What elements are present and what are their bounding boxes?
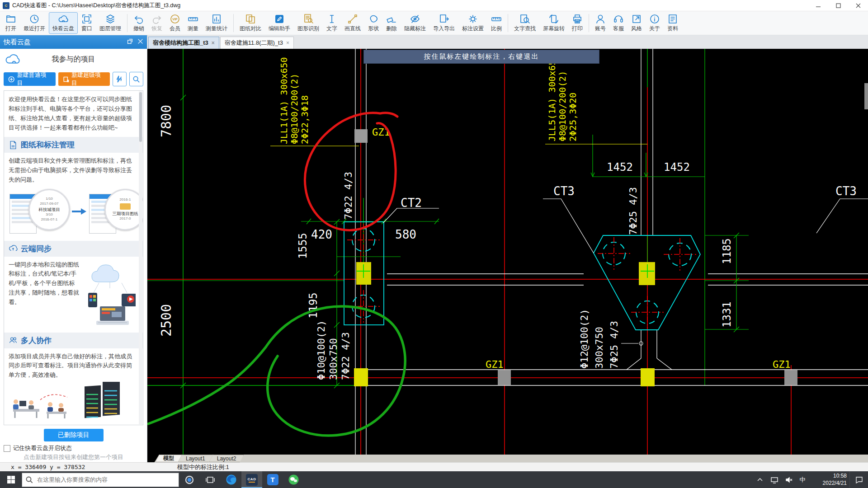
tab-close-icon[interactable]: × bbox=[286, 40, 289, 46]
action-center-icon[interactable] bbox=[849, 471, 868, 488]
sidebar-scrollbar[interactable] bbox=[139, 91, 142, 424]
taskbar-search[interactable] bbox=[22, 473, 179, 487]
toolbar-button-label: 图纸对比 bbox=[240, 25, 261, 33]
beam-label-jll1: JLL1(1A) 300x650 bbox=[278, 57, 289, 144]
about-icon bbox=[649, 14, 660, 24]
tab-model[interactable]: 模型 bbox=[156, 455, 182, 462]
toolbar-button-import-export[interactable]: 导入导出 bbox=[429, 12, 458, 34]
feature-title: 图纸和标注管理 bbox=[21, 140, 75, 150]
taskbar-clock[interactable]: 10:58 2022/4/21 bbox=[809, 473, 849, 487]
toolbar-button-label: 测量 bbox=[188, 25, 198, 33]
green-app-taskbar-icon[interactable] bbox=[283, 471, 304, 488]
minimize-button[interactable] bbox=[808, 0, 828, 11]
tab-layout2[interactable]: Layout2 bbox=[209, 455, 244, 462]
toolbar-button-label: 打开 bbox=[5, 25, 16, 33]
toolbar-button-open[interactable]: 打开 bbox=[2, 12, 20, 34]
close-button[interactable] bbox=[848, 0, 868, 11]
toolbar-button-rotate-screen[interactable]: 屏幕旋转 bbox=[539, 12, 568, 34]
toolbar-button-account[interactable]: 账号 bbox=[591, 12, 609, 34]
sync-button[interactable] bbox=[113, 72, 127, 86]
task-view-button[interactable] bbox=[200, 471, 221, 488]
toolbar-button-line[interactable]: 画直线 bbox=[341, 12, 364, 34]
cap-label-ct3: CT3 bbox=[553, 184, 575, 198]
edit-helper-icon bbox=[274, 14, 285, 24]
import-export-icon bbox=[439, 14, 449, 24]
toolbar-button-about[interactable]: 关于 bbox=[646, 12, 664, 34]
toolbar-button-text[interactable]: 文字 bbox=[323, 12, 341, 34]
find-text-icon bbox=[519, 14, 530, 24]
toolbar-separator bbox=[508, 14, 508, 32]
toolbar-button-measure-stat[interactable]: 测量统计 bbox=[202, 12, 231, 34]
tray-chevron-icon[interactable] bbox=[753, 471, 767, 488]
new-super-project-button[interactable]: 新建超级项目 bbox=[58, 72, 110, 86]
canvas-scrollbar-thumb[interactable] bbox=[864, 83, 868, 109]
cad-canvas[interactable]: 按住鼠标左键绘制标注，右键退出 bbox=[147, 49, 868, 455]
toolbar-button-label: 资料 bbox=[667, 25, 678, 33]
toolbar-button-undo[interactable]: 撤销 bbox=[130, 12, 148, 34]
magnifier-detail: 2016-1 三期项目图纸 2017-0 bbox=[104, 189, 143, 230]
toolbar-button-shape[interactable]: 形状 bbox=[364, 12, 382, 34]
toolbar: 打开最近打开快看云盘窗口图层管理撤销恢复VIP会员测量测量统计图纸对比编辑助手图… bbox=[0, 11, 868, 35]
panel-close-icon[interactable] bbox=[137, 38, 143, 46]
toolbar-button-recognize[interactable]: 图形识别 bbox=[294, 12, 323, 34]
toolbar-button-service[interactable]: 客服 bbox=[609, 12, 627, 34]
drawing-tab-label: 宿舍楼结构施工图_t3 bbox=[153, 39, 208, 47]
status-bar: x = 336409 y = 378532 模型中的标注比例:1 bbox=[0, 462, 868, 471]
search-input[interactable] bbox=[36, 476, 175, 483]
toolbar-button-delete[interactable]: 删除 bbox=[382, 12, 401, 34]
lightning-icon bbox=[116, 75, 123, 83]
maximize-button[interactable] bbox=[828, 0, 848, 11]
toolbar-button-scale[interactable]: 比例 bbox=[487, 12, 505, 34]
edge-taskbar-icon[interactable] bbox=[221, 471, 241, 488]
toolbar-button-label: 风格 bbox=[631, 25, 642, 33]
cortana-button[interactable] bbox=[179, 471, 200, 488]
toolbar-separator bbox=[589, 14, 589, 32]
new-normal-project-button[interactable]: 新建普通项目 bbox=[4, 72, 56, 86]
projects-section-title: 我参与的项目 bbox=[0, 55, 147, 64]
ime-indicator[interactable]: 中 bbox=[796, 476, 809, 484]
column-label-gz1: GZ1 bbox=[486, 359, 504, 370]
deleted-projects-button[interactable]: 已删除项目 bbox=[44, 429, 104, 441]
toolbar-button-print[interactable]: 打印 bbox=[568, 12, 586, 34]
toolbar-button-vip[interactable]: VIP会员 bbox=[166, 12, 184, 34]
dim-1452: 1452 bbox=[664, 161, 690, 174]
toolbar-button-label: 删除 bbox=[386, 25, 397, 33]
network-icon[interactable] bbox=[767, 471, 782, 488]
start-button[interactable] bbox=[0, 471, 22, 488]
tab-layout1[interactable]: Layout1 bbox=[178, 455, 213, 462]
toolbar-button-compare[interactable]: 图纸对比 bbox=[236, 12, 265, 34]
project-date: 2016-1 bbox=[120, 197, 131, 202]
toolbar-button-redo[interactable]: 恢复 bbox=[148, 12, 166, 34]
dim-580: 580 bbox=[395, 228, 416, 241]
remember-checkbox-label: 记住快看云盘开启状态 bbox=[13, 444, 72, 452]
toolbar-button-find-text[interactable]: 文字查找 bbox=[510, 12, 539, 34]
slab-text: 7Φ22 4/3 bbox=[340, 332, 351, 380]
redo-icon bbox=[151, 14, 162, 24]
volume-muted-icon[interactable] bbox=[782, 471, 796, 488]
dock-icon[interactable] bbox=[127, 38, 133, 46]
search-icon bbox=[26, 476, 33, 483]
remember-checkbox[interactable] bbox=[4, 445, 10, 452]
toolbar-button-edit-helper[interactable]: 编辑助手 bbox=[265, 12, 294, 34]
toolbar-button-label: 恢复 bbox=[151, 25, 162, 33]
toolbar-button-recent[interactable]: 最近打开 bbox=[20, 12, 49, 34]
drawing-tab-1[interactable]: 宿舍建施11.8(二期)_t3× bbox=[220, 37, 294, 49]
toolbar-button-cloud[interactable]: 快看云盘 bbox=[49, 12, 78, 34]
toolbar-button-label: 画直线 bbox=[344, 25, 361, 33]
search-project-button[interactable] bbox=[129, 72, 143, 86]
toolbar-button-window[interactable]: 窗口 bbox=[78, 12, 96, 34]
illustration-devices bbox=[81, 260, 136, 328]
toolbar-button-docs[interactable]: 资料 bbox=[664, 12, 682, 34]
toolbar-button-label: 屏幕旋转 bbox=[543, 25, 565, 33]
tab-close-icon[interactable]: × bbox=[212, 40, 215, 46]
undo-icon bbox=[133, 14, 144, 24]
toolbar-button-style[interactable]: 风格 bbox=[627, 12, 646, 34]
cad-app-taskbar-icon[interactable]: CAD bbox=[241, 471, 262, 488]
toolbar-button-mark-settings[interactable]: 标注设置 bbox=[458, 12, 487, 34]
toolbar-button-hide-marks[interactable]: 隐藏标注 bbox=[401, 12, 429, 34]
t-app-taskbar-icon[interactable]: T bbox=[262, 471, 283, 488]
toolbar-button-layers[interactable]: 图层管理 bbox=[96, 12, 125, 34]
leader-lines bbox=[270, 144, 868, 345]
toolbar-button-measure[interactable]: 测量 bbox=[184, 12, 202, 34]
drawing-tab-0[interactable]: 宿舍楼结构施工图_t3× bbox=[148, 37, 219, 49]
